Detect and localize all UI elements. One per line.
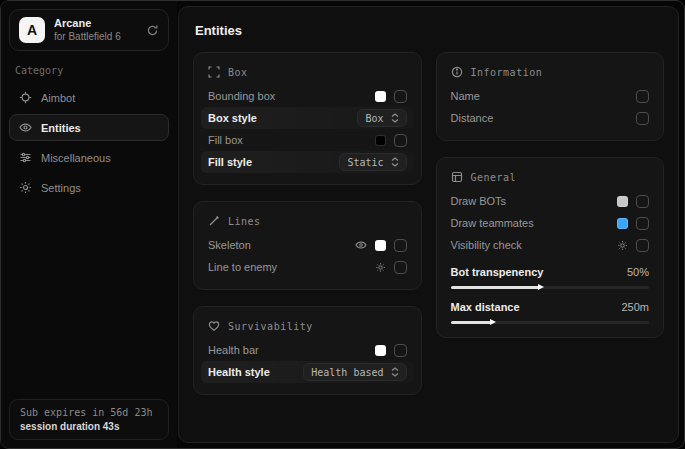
lines-card: Lines Skeleton — [193, 201, 422, 290]
setting-label: Draw BOTs — [451, 195, 507, 207]
sub-expiry-text: Sub expires in 56d 23h — [20, 407, 158, 418]
setting-row: Line to enemy — [208, 256, 407, 278]
entities-icon — [19, 121, 32, 134]
setting-row: Fill box — [208, 129, 407, 151]
setting-row: Bounding box — [208, 85, 407, 107]
setting-row: Skeleton — [208, 234, 407, 256]
app-title: Arcane — [54, 17, 137, 31]
bounding-box-checkbox[interactable] — [394, 90, 407, 103]
sidebar-item-entities[interactable]: Entities — [9, 114, 169, 141]
setting-row: Health style Health based — [201, 361, 414, 383]
miscellaneous-icon — [19, 151, 32, 164]
draw-bots-checkbox[interactable] — [636, 195, 649, 208]
color-swatch[interactable] — [375, 91, 386, 102]
slider-label: Bot transpenency — [451, 266, 544, 278]
setting-label: Skeleton — [208, 239, 251, 251]
setting-label: Fill style — [208, 156, 252, 168]
sidebar-item-label: Settings — [41, 182, 81, 194]
card-title: Survivability — [228, 321, 313, 332]
card-title: Information — [471, 67, 543, 78]
setting-label: Fill box — [208, 134, 243, 146]
sidebar-item-aimbot[interactable]: Aimbot — [9, 84, 169, 111]
sidebar-nav: Aimbot Entities Miscellaneous — [9, 84, 169, 201]
dropdown-value: Box — [365, 113, 383, 124]
sidebar-item-miscellaneous[interactable]: Miscellaneous — [9, 144, 169, 171]
lines-icon — [208, 215, 220, 227]
distance-checkbox[interactable] — [636, 112, 649, 125]
setting-label: Draw teammates — [451, 217, 534, 229]
setting-row: Draw BOTs — [451, 190, 650, 212]
dropdown-value: Static — [347, 157, 383, 168]
bot-transparency-slider[interactable] — [451, 283, 650, 291]
setting-label: Bounding box — [208, 90, 275, 102]
color-swatch[interactable] — [375, 135, 386, 146]
skeleton-visibility-icon[interactable] — [355, 239, 367, 251]
slider-value: 50% — [627, 266, 649, 278]
setting-row: Draw teammates — [451, 212, 650, 234]
color-swatch[interactable] — [375, 240, 386, 251]
card-title: Lines — [228, 216, 261, 227]
sidebar-item-label: Aimbot — [41, 92, 75, 104]
setting-label: Name — [451, 90, 480, 102]
category-label: Category — [15, 65, 163, 76]
subscription-info-card: Sub expires in 56d 23h session duration … — [9, 399, 169, 440]
fill-box-checkbox[interactable] — [394, 134, 407, 147]
box-style-dropdown[interactable]: Box — [357, 109, 406, 127]
information-card: Information Name Distance — [436, 52, 665, 141]
slider-thumb[interactable] — [490, 319, 496, 325]
setting-row: Distance — [451, 107, 650, 129]
app-avatar: A — [19, 17, 45, 43]
chevrons-up-down-icon — [391, 113, 399, 123]
slider-thumb[interactable] — [538, 284, 544, 290]
draw-teammates-checkbox[interactable] — [636, 217, 649, 230]
bot-transparency-setting: Bot transpenency 50% — [451, 263, 650, 291]
color-swatch[interactable] — [617, 218, 628, 229]
sidebar-item-settings[interactable]: Settings — [9, 174, 169, 201]
setting-label: Health style — [208, 366, 270, 378]
app-logo-card: A Arcane for Battlefield 6 — [9, 9, 169, 51]
setting-label: Box style — [208, 112, 257, 124]
general-card: General Draw BOTs Draw teammates — [436, 157, 665, 338]
sidebar-item-label: Entities — [41, 122, 81, 134]
setting-row: Fill style Static — [201, 151, 414, 173]
setting-label: Health bar — [208, 344, 259, 356]
slider-label: Max distance — [451, 301, 520, 313]
information-icon — [451, 66, 463, 78]
color-swatch[interactable] — [617, 196, 628, 207]
survivability-card: Survivability Health bar Health style He… — [193, 306, 422, 395]
health-style-dropdown[interactable]: Health based — [303, 363, 406, 381]
app-subtitle: for Battlefield 6 — [54, 31, 137, 44]
visibility-check-config-icon[interactable] — [617, 240, 628, 251]
dropdown-value: Health based — [311, 367, 383, 378]
health-bar-checkbox[interactable] — [394, 344, 407, 357]
settings-icon — [19, 181, 32, 194]
setting-label: Visibility check — [451, 239, 522, 251]
app-window: A Arcane for Battlefield 6 Category Aimb… — [0, 0, 685, 449]
box-icon — [208, 66, 220, 78]
visibility-check-checkbox[interactable] — [636, 239, 649, 252]
name-checkbox[interactable] — [636, 90, 649, 103]
main-panel: Entities Box Bounding box — [178, 6, 679, 443]
setting-row: Box style Box — [201, 107, 414, 129]
sidebar: A Arcane for Battlefield 6 Category Aimb… — [1, 1, 177, 448]
color-swatch[interactable] — [375, 345, 386, 356]
survivability-icon — [208, 320, 220, 332]
chevrons-up-down-icon — [391, 157, 399, 167]
aimbot-icon — [19, 91, 32, 104]
app-refresh-icon[interactable] — [146, 24, 159, 37]
setting-row: Health bar — [208, 339, 407, 361]
session-duration-text: session duration 43s — [20, 421, 158, 432]
max-distance-slider[interactable] — [451, 318, 650, 326]
chevrons-up-down-icon — [391, 367, 399, 377]
general-icon — [451, 171, 463, 183]
fill-style-dropdown[interactable]: Static — [339, 153, 406, 171]
box-card: Box Bounding box Box style Box — [193, 52, 422, 185]
setting-label: Distance — [451, 112, 494, 124]
line-to-enemy-checkbox[interactable] — [394, 261, 407, 274]
card-title: General — [471, 172, 517, 183]
sidebar-item-label: Miscellaneous — [41, 152, 111, 164]
line-to-enemy-config-icon[interactable] — [375, 262, 386, 273]
setting-label: Line to enemy — [208, 261, 277, 273]
page-title: Entities — [195, 23, 664, 38]
skeleton-checkbox[interactable] — [394, 239, 407, 252]
